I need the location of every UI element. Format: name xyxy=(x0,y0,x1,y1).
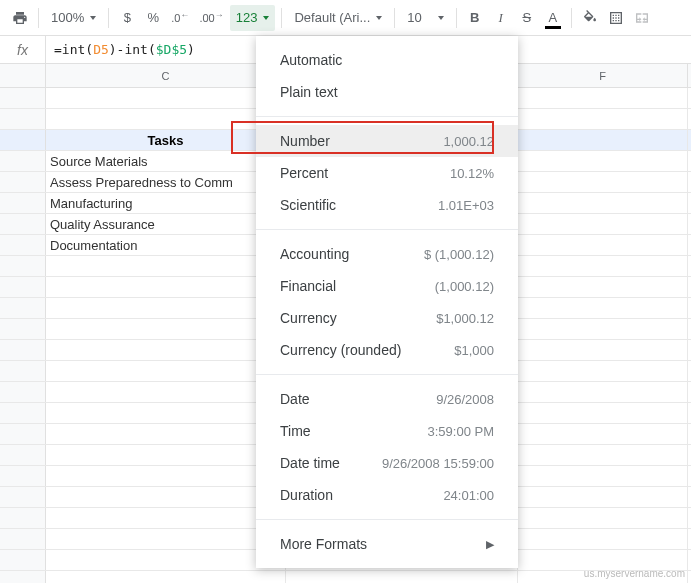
menu-item-currency[interactable]: Currency$1,000.12 xyxy=(256,302,518,334)
cell-task[interactable]: Quality Assurance xyxy=(46,214,286,234)
cell[interactable] xyxy=(46,529,286,549)
cell[interactable] xyxy=(518,340,688,360)
menu-item-more-formats[interactable]: More Formats▶ xyxy=(256,528,518,560)
number-format-dropdown[interactable]: 123 xyxy=(230,5,276,31)
row-header[interactable] xyxy=(0,403,46,423)
menu-item-time[interactable]: Time3:59:00 PM xyxy=(256,415,518,447)
merge-cells-button[interactable] xyxy=(630,5,654,31)
decrease-decimal-button[interactable]: .0← xyxy=(167,5,193,31)
cell[interactable] xyxy=(518,193,688,213)
cell[interactable] xyxy=(46,403,286,423)
menu-item-number[interactable]: Number1,000.12 xyxy=(256,125,518,157)
cell[interactable] xyxy=(46,340,286,360)
format-currency-button[interactable]: $ xyxy=(115,5,139,31)
cell[interactable] xyxy=(518,214,688,234)
menu-item-datetime[interactable]: Date time9/26/2008 15:59:00 xyxy=(256,447,518,479)
row-header[interactable] xyxy=(0,172,46,192)
cell[interactable] xyxy=(518,508,688,528)
cell[interactable] xyxy=(46,88,286,108)
menu-item-accounting[interactable]: Accounting$ (1,000.12) xyxy=(256,238,518,270)
cell[interactable] xyxy=(46,109,286,129)
row-header[interactable] xyxy=(0,319,46,339)
cell[interactable] xyxy=(518,130,688,150)
row-header[interactable] xyxy=(0,109,46,129)
italic-button[interactable]: I xyxy=(489,5,513,31)
text-color-button[interactable]: A xyxy=(541,5,565,31)
row-header[interactable] xyxy=(0,151,46,171)
bold-button[interactable]: B xyxy=(463,5,487,31)
row-header[interactable] xyxy=(0,529,46,549)
fill-color-button[interactable] xyxy=(578,5,602,31)
cell-task[interactable]: Assess Preparedness to Comm xyxy=(46,172,286,192)
format-percent-button[interactable]: % xyxy=(141,5,165,31)
cell[interactable] xyxy=(46,298,286,318)
cell[interactable] xyxy=(46,319,286,339)
menu-item-plain-text[interactable]: Plain text xyxy=(256,76,518,108)
cell[interactable] xyxy=(518,151,688,171)
cell[interactable] xyxy=(46,256,286,276)
zoom-dropdown[interactable]: 100% xyxy=(45,5,102,31)
column-header-f[interactable]: F xyxy=(518,64,688,87)
cell[interactable] xyxy=(518,550,688,570)
cell[interactable] xyxy=(46,550,286,570)
row-header[interactable] xyxy=(0,193,46,213)
cell[interactable] xyxy=(518,529,688,549)
menu-item-duration[interactable]: Duration24:01:00 xyxy=(256,479,518,511)
row-header[interactable] xyxy=(0,256,46,276)
cell[interactable] xyxy=(518,361,688,381)
strikethrough-button[interactable]: S xyxy=(515,5,539,31)
cell[interactable] xyxy=(518,235,688,255)
cell[interactable] xyxy=(518,88,688,108)
cell[interactable] xyxy=(518,487,688,507)
cell[interactable] xyxy=(46,361,286,381)
row-header[interactable] xyxy=(0,487,46,507)
menu-item-financial[interactable]: Financial(1,000.12) xyxy=(256,270,518,302)
font-family-dropdown[interactable]: Default (Ari... xyxy=(288,5,388,31)
cell[interactable] xyxy=(46,508,286,528)
row-header[interactable] xyxy=(0,130,46,150)
cell-task[interactable]: Source Materials xyxy=(46,151,286,171)
menu-item-scientific[interactable]: Scientific1.01E+03 xyxy=(256,189,518,221)
row-header[interactable] xyxy=(0,445,46,465)
select-all-corner[interactable] xyxy=(0,64,46,87)
print-icon[interactable] xyxy=(8,5,32,31)
row-header[interactable] xyxy=(0,550,46,570)
cell[interactable] xyxy=(46,445,286,465)
fx-icon[interactable]: fx xyxy=(0,36,46,63)
row-header[interactable] xyxy=(0,424,46,444)
cell[interactable] xyxy=(46,466,286,486)
cell[interactable] xyxy=(518,256,688,276)
cell[interactable] xyxy=(518,277,688,297)
menu-item-currency-rounded[interactable]: Currency (rounded)$1,000 xyxy=(256,334,518,366)
cell[interactable] xyxy=(46,571,286,583)
row-header[interactable] xyxy=(0,340,46,360)
cell[interactable] xyxy=(518,466,688,486)
menu-item-date[interactable]: Date9/26/2008 xyxy=(256,383,518,415)
cell[interactable] xyxy=(518,172,688,192)
row-header[interactable] xyxy=(0,571,46,583)
cell-task[interactable]: Manufacturing xyxy=(46,193,286,213)
cell[interactable] xyxy=(46,424,286,444)
borders-button[interactable] xyxy=(604,5,628,31)
cell[interactable] xyxy=(518,424,688,444)
row-header[interactable] xyxy=(0,214,46,234)
row-header[interactable] xyxy=(0,361,46,381)
menu-item-automatic[interactable]: Automatic xyxy=(256,44,518,76)
row-header[interactable] xyxy=(0,298,46,318)
cell[interactable] xyxy=(46,382,286,402)
cell[interactable] xyxy=(518,298,688,318)
cell[interactable] xyxy=(46,487,286,507)
column-header-c[interactable]: C xyxy=(46,64,286,87)
cell[interactable] xyxy=(46,277,286,297)
cell[interactable] xyxy=(518,445,688,465)
row-header[interactable] xyxy=(0,235,46,255)
cell[interactable] xyxy=(518,382,688,402)
row-header[interactable] xyxy=(0,88,46,108)
cell-tasks-header[interactable]: Tasks xyxy=(46,130,286,150)
row-header[interactable] xyxy=(0,277,46,297)
cell[interactable] xyxy=(286,571,518,583)
row-header[interactable] xyxy=(0,466,46,486)
menu-item-percent[interactable]: Percent10.12% xyxy=(256,157,518,189)
row-header[interactable] xyxy=(0,382,46,402)
cell-task[interactable]: Documentation xyxy=(46,235,286,255)
